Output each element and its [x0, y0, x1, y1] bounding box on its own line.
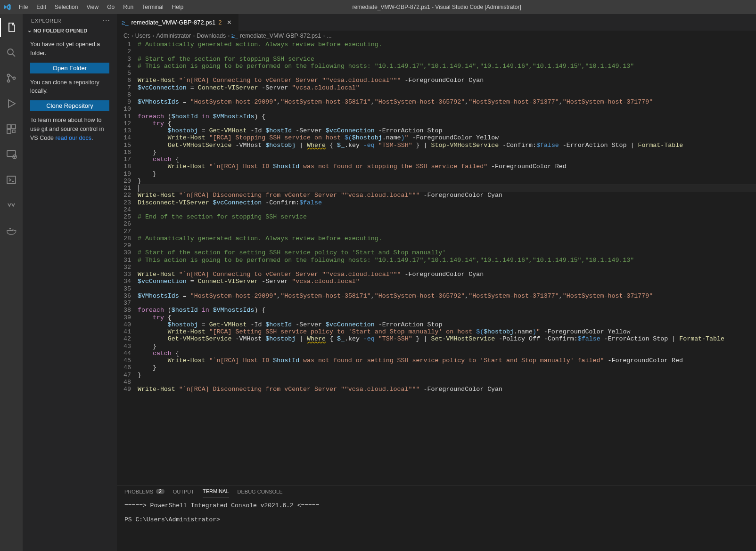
learn-more-text: To learn more about how to use git and s… — [30, 116, 109, 142]
sidebar-more-icon[interactable]: ··· — [103, 19, 110, 23]
menu-help[interactable]: Help — [168, 2, 188, 12]
crumb-downloads[interactable]: Downloads — [197, 32, 226, 39]
code-editor[interactable]: 1234567891011121314151617181920212223242… — [117, 41, 756, 485]
tab-modified-badge: 2 — [218, 19, 222, 26]
crumb-admin[interactable]: Administrator — [156, 32, 191, 39]
powershell-icon[interactable] — [0, 170, 23, 189]
svg-point-0 — [8, 49, 13, 55]
editor-area: ≥_ remediate_VMW-GBP-872.ps1 2 ✕ C:› Use… — [117, 14, 756, 551]
sidebar-section[interactable]: ⌄ NO FOLDER OPENED — [23, 25, 117, 35]
bottom-panel: PROBLEMS2 OUTPUT TERMINAL DEBUG CONSOLE … — [117, 485, 756, 551]
terminal-prompt: PS C:\Users\Administrator> — [124, 516, 220, 523]
run-debug-icon[interactable] — [0, 94, 23, 113]
svg-point-3 — [13, 77, 16, 80]
powershell-file-icon: ≥_ — [231, 32, 238, 39]
crumb-file[interactable]: remediate_VMW-GBP-872.ps1 — [240, 32, 321, 39]
panel-tab-output[interactable]: OUTPUT — [173, 488, 194, 497]
svg-rect-14 — [9, 228, 11, 229]
vmware-icon[interactable] — [0, 196, 23, 215]
open-folder-button[interactable]: Open Folder — [30, 63, 109, 73]
menu-view[interactable]: View — [82, 2, 102, 12]
extensions-icon[interactable] — [0, 120, 23, 138]
svg-rect-6 — [7, 130, 11, 133]
read-docs-link[interactable]: read our docs — [56, 135, 91, 141]
editor-tabs: ≥_ remediate_VMW-GBP-872.ps1 2 ✕ — [117, 14, 756, 31]
explorer-sidebar: EXPLORER ··· ⌄ NO FOLDER OPENED You have… — [23, 14, 117, 551]
learn-more-suffix: . — [91, 135, 93, 141]
menu-file[interactable]: File — [15, 2, 32, 12]
docker-icon[interactable] — [0, 221, 23, 240]
menu-go[interactable]: Go — [103, 2, 118, 12]
svg-rect-5 — [12, 125, 16, 129]
title-bar: File Edit Selection View Go Run Terminal… — [0, 0, 756, 14]
problems-badge: 2 — [156, 489, 164, 494]
sidebar-title: EXPLORER — [31, 18, 61, 24]
tab-close-icon[interactable]: ✕ — [225, 19, 234, 26]
explorer-icon[interactable] — [0, 18, 23, 37]
powershell-file-icon: ≥_ — [122, 19, 128, 26]
crumb-more[interactable]: ... — [327, 32, 331, 39]
clone-text: You can clone a repository locally. — [30, 78, 109, 96]
terminal-body[interactable]: =====> PowerShell Integrated Console v20… — [117, 497, 756, 551]
clone-repository-button[interactable]: Clone Repository — [30, 100, 109, 111]
vscode-logo-icon — [4, 3, 11, 11]
panel-tab-problems[interactable]: PROBLEMS2 — [124, 488, 164, 497]
section-label: NO FOLDER OPENED — [33, 28, 87, 33]
crumb-drive[interactable]: C: — [123, 32, 130, 39]
svg-point-1 — [8, 74, 10, 77]
svg-rect-8 — [7, 151, 16, 156]
remote-explorer-icon[interactable] — [0, 145, 23, 164]
terminal-line-1: =====> PowerShell Integrated Console v20… — [124, 502, 319, 509]
tab-filename: remediate_VMW-GBP-872.ps1 — [131, 19, 215, 26]
activity-bar — [0, 14, 23, 551]
svg-rect-4 — [7, 125, 11, 129]
source-control-icon[interactable] — [0, 69, 23, 88]
window-title: remediate_VMW-GBP-872.ps1 - Visual Studi… — [187, 4, 686, 10]
chevron-down-icon: ⌄ — [27, 27, 32, 33]
search-icon[interactable] — [0, 43, 23, 62]
menu-selection[interactable]: Selection — [51, 2, 82, 12]
panel-tab-terminal[interactable]: TERMINAL — [203, 488, 229, 497]
no-folder-text: You have not yet opened a folder. — [30, 40, 109, 58]
menu-bar: File Edit Selection View Go Run Terminal… — [15, 2, 187, 12]
line-gutter: 1234567891011121314151617181920212223242… — [117, 41, 138, 485]
breadcrumbs[interactable]: C:› Users› Administrator› Downloads› ≥_ … — [117, 31, 756, 41]
crumb-users[interactable]: Users — [135, 32, 151, 39]
svg-rect-7 — [12, 130, 15, 133]
menu-terminal[interactable]: Terminal — [138, 2, 167, 12]
svg-point-2 — [8, 80, 10, 82]
menu-run[interactable]: Run — [119, 2, 137, 12]
code-content[interactable]: # Automatically generated action. Always… — [138, 41, 756, 485]
panel-tab-debug[interactable]: DEBUG CONSOLE — [238, 488, 283, 497]
menu-edit[interactable]: Edit — [33, 2, 50, 12]
editor-tab[interactable]: ≥_ remediate_VMW-GBP-872.ps1 2 ✕ — [117, 14, 239, 31]
